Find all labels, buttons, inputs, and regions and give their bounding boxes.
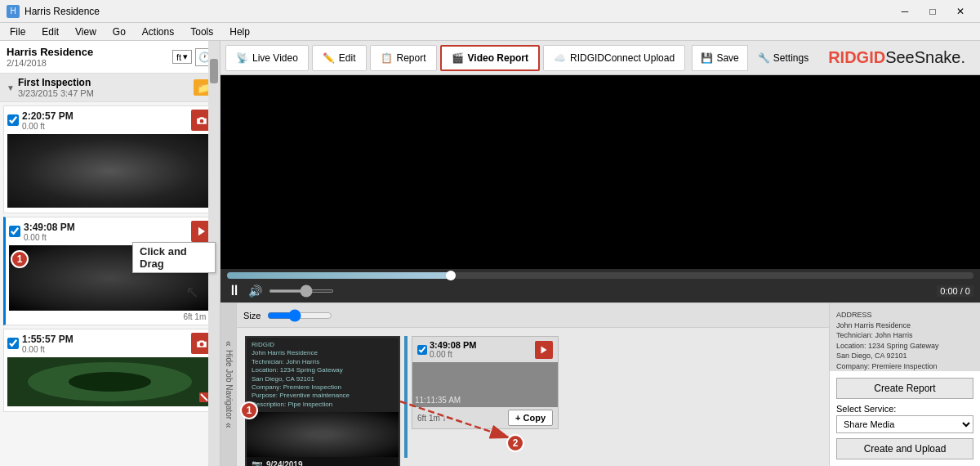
pipe-thumbnail	[7, 134, 212, 208]
menu-file[interactable]: File	[3, 25, 32, 39]
drop-obs-checkbox[interactable]	[417, 345, 427, 355]
toolbar: 📡 Live Video ✏️ Edit 📋 Report 🎬 Video Re…	[220, 41, 980, 75]
close-button[interactable]: ✕	[947, 3, 973, 20]
observation-list: 2:20:57 PM 0.00 ft	[0, 102, 220, 466]
service-select[interactable]: Share Media	[836, 415, 973, 433]
hide-nav-button[interactable]: « Hide Job Navigator «	[220, 303, 237, 466]
bottom-area: « Hide Job Navigator « Size	[220, 302, 980, 466]
observation-item-active[interactable]: 3:49:08 PM 0.00 ft 1 Click and Drag	[3, 217, 216, 325]
size-label: Size	[243, 311, 261, 320]
video-report-button[interactable]: 🎬 Video Report	[440, 45, 540, 71]
drop-obs-header: 3:49:08 PM 0.00 ft	[412, 337, 558, 362]
hide-nav-label: Hide Job Navigator	[225, 350, 234, 419]
source-clip[interactable]: RIDGIDJohn Harris ResidenceTechnician: J…	[245, 336, 400, 466]
source-clip-header: RIDGIDJohn Harris ResidenceTechnician: J…	[247, 338, 399, 412]
obs-time-2: 3:49:08 PM	[24, 222, 75, 233]
obs-time: 2:20:57 PM	[22, 110, 74, 122]
video-container: ⏸ 🔊 0:00 / 0	[220, 75, 980, 302]
drop-obs-dist: 0.00 ft	[430, 350, 476, 359]
inspection-date: 3/23/2015 3:47 PM	[18, 88, 94, 98]
ridgid-connect-button[interactable]: ☁️ RIDGIDConnect Upload	[543, 45, 685, 71]
observation-item[interactable]: 2:20:57 PM 0.00 ft	[3, 105, 216, 213]
unit-selector[interactable]: ft ▾	[172, 50, 192, 64]
progress-fill	[227, 272, 451, 279]
inspection-info: First Inspection 3/23/2015 3:47 PM	[18, 77, 94, 98]
menu-tools[interactable]: Tools	[184, 25, 220, 39]
obs-checkbox[interactable]	[7, 114, 19, 126]
timeline-toolbar: Size	[237, 303, 829, 328]
step-badge-1: 1	[11, 250, 29, 268]
obs-footer-3	[7, 406, 212, 408]
logo-ridgid: RIDGID	[828, 48, 885, 67]
menu-help[interactable]: Help	[223, 25, 256, 39]
create-upload-button[interactable]: Create and Upload	[836, 438, 973, 459]
copy-button[interactable]: + Copy	[508, 410, 553, 426]
video-report-icon: 🎬	[452, 52, 464, 64]
create-report-button[interactable]: Create Report	[836, 378, 973, 399]
unit-label: ft	[176, 52, 181, 62]
settings-icon: 🔧	[758, 52, 770, 64]
scroll-thumb[interactable]	[210, 59, 218, 83]
maximize-button[interactable]: □	[920, 3, 946, 20]
save-button[interactable]: 💾 Save	[692, 45, 747, 71]
select-service-section: Select Service: Share Media	[836, 404, 973, 433]
app-logo: RIDGID SeeSnake.	[818, 48, 975, 67]
job-title: Harris Residence	[7, 46, 93, 58]
content-area: ⏸ 🔊 0:00 / 0 « Hide Job Navigator «	[220, 75, 980, 466]
drop-obs-icon	[535, 341, 553, 359]
timeline-area: Size RIDGIDJohn Harris ResidenceTechnici…	[237, 303, 829, 466]
pipe-thumbnail-3	[7, 357, 212, 406]
service-select-row: Share Media	[836, 415, 973, 433]
source-clip-info: RIDGIDJohn Harris ResidenceTechnician: J…	[252, 341, 394, 409]
drop-clip-thumbnail: 11:11:35 AM	[412, 362, 558, 407]
volume-button[interactable]: 🔊	[248, 285, 262, 298]
live-video-button[interactable]: 📡 Live Video	[225, 45, 309, 71]
time-display: 0:00 / 0	[937, 285, 973, 297]
settings-button[interactable]: 🔧 Settings	[751, 49, 815, 67]
timeline-separator	[404, 336, 408, 458]
chevron-left-icon-2: «	[223, 423, 234, 428]
obs-header: 2:20:57 PM 0.00 ft	[7, 110, 212, 131]
job-date: 2/14/2018	[7, 58, 93, 68]
unit-dropdown-arrow[interactable]: ▾	[183, 52, 188, 62]
obs-checkbox-3[interactable]	[7, 338, 19, 349]
menu-actions[interactable]: Actions	[136, 25, 180, 39]
live-video-icon: 📡	[236, 52, 248, 64]
ridgid-connect-icon: ☁️	[554, 52, 566, 64]
obs-dist: 0.00 ft	[22, 122, 74, 131]
minimize-button[interactable]: ─	[892, 3, 918, 20]
inspection-collapse-arrow[interactable]: ▼	[7, 83, 15, 92]
volume-slider[interactable]	[269, 289, 334, 293]
obs-checkbox-2[interactable]	[9, 226, 20, 237]
timeline-content: RIDGIDJohn Harris ResidenceTechnician: J…	[237, 328, 829, 466]
progress-handle	[446, 271, 456, 280]
info-text: ADDRESS John Harris Residence Technician…	[836, 310, 939, 371]
obs-header-2: 3:49:08 PM 0.00 ft	[9, 221, 212, 242]
video-controls: ⏸ 🔊 0:00 / 0	[220, 269, 980, 302]
progress-bar[interactable]	[227, 272, 973, 279]
click-drag-label: Click and Drag	[132, 242, 216, 273]
chevron-left-icon: «	[223, 341, 234, 347]
svg-marker-2	[198, 227, 205, 236]
menu-go[interactable]: Go	[106, 25, 132, 39]
report-icon: 📋	[381, 52, 393, 64]
edit-button[interactable]: ✏️ Edit	[312, 45, 367, 71]
observation-item-3[interactable]: 1:55:57 PM 0.00 ft	[3, 329, 216, 412]
left-panel: Harris Residence 2/14/2018 ft ▾ 🕐 ▼ Firs…	[0, 41, 220, 466]
source-clip-footer: 📷 9/24/2019 Job: Harris Residence	[247, 457, 399, 466]
obs-thumbnail-3	[7, 357, 212, 406]
pause-button[interactable]: ⏸	[227, 282, 242, 299]
window-controls[interactable]: ─ □ ✕	[892, 3, 973, 20]
drop-clip-footer-row: 6ft 1m ↓ + Copy	[412, 407, 558, 428]
logo-seesnake: SeeSnake.	[885, 48, 965, 67]
size-slider[interactable]	[267, 309, 332, 322]
drop-clip: 3:49:08 PM 0.00 ft 11:11:35	[412, 336, 559, 429]
main-layout: Harris Residence 2/14/2018 ft ▾ 🕐 ▼ Firs…	[0, 41, 980, 466]
drop-zone: 3:49:08 PM 0.00 ft 11:11:35	[412, 336, 559, 429]
report-button[interactable]: 📋 Report	[370, 45, 437, 71]
obs-dist-3: 0.00 ft	[22, 345, 74, 354]
job-header: Harris Residence 2/14/2018 ft ▾ 🕐	[0, 41, 220, 74]
menu-view[interactable]: View	[69, 25, 103, 39]
menu-edit[interactable]: Edit	[35, 25, 65, 39]
title-bar-left: H Harris Residence	[7, 5, 100, 18]
